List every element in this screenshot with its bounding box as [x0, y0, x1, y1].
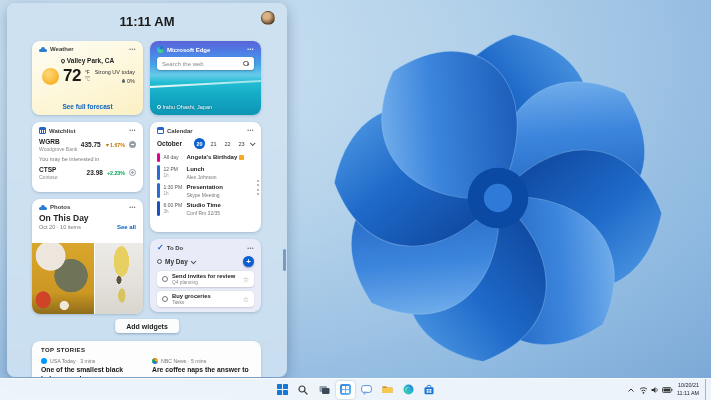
watch-added-icon[interactable] — [129, 141, 136, 148]
chevron-down-icon[interactable] — [250, 140, 256, 146]
add-widgets-button[interactable]: Add widgets — [115, 319, 179, 333]
news-story[interactable]: USA Today · 3 mins One of the smallest b… — [41, 358, 141, 377]
widgets-button[interactable] — [336, 381, 355, 399]
see-all-link[interactable]: See all — [117, 224, 136, 230]
stock-ticker: CTSP — [39, 166, 58, 174]
story-headline: One of the smallest black holes — and — [41, 366, 141, 377]
edge-widget[interactable]: Microsoft Edge ••• Irabu Ohashi, Japan — [150, 41, 261, 115]
tray-time: 11:11 AM — [677, 390, 699, 397]
stock-ticker: WGRB — [39, 138, 77, 146]
photos-more-icon[interactable]: ••• — [129, 205, 136, 210]
gift-icon — [239, 155, 244, 160]
file-explorer-button[interactable] — [378, 381, 397, 399]
add-task-button[interactable]: + — [243, 256, 254, 267]
weather-more-icon[interactable]: ••• — [129, 47, 136, 52]
story-source: USA Today · 3 mins — [50, 358, 95, 364]
task-item[interactable]: Send invites for review Q4 planning ☆ — [157, 271, 254, 287]
star-icon[interactable]: ☆ — [243, 296, 249, 303]
event-color-bar — [157, 153, 160, 162]
quick-settings[interactable] — [639, 386, 673, 394]
watchlist-chart-icon — [39, 127, 46, 134]
event-title: Angela's Birthday — [187, 154, 238, 160]
nbc-news-logo-icon — [152, 358, 158, 364]
search-button[interactable] — [294, 381, 313, 399]
folder-icon — [382, 385, 393, 394]
edge-more-icon[interactable]: ••• — [247, 47, 254, 52]
date-pill-selected[interactable]: 20 — [194, 138, 205, 149]
calendar-event[interactable]: 6:00 PM 3h Studio Time Conf Rm 32/35 — [157, 201, 255, 216]
edge-browser-button[interactable] — [399, 381, 418, 399]
photos-heading: On This Day — [32, 210, 143, 223]
store-button[interactable] — [420, 381, 439, 399]
weather-location-row: Valley Park, CA — [32, 57, 143, 64]
event-color-bar — [157, 201, 160, 216]
task-title: Send invites for review — [172, 273, 235, 280]
news-story[interactable]: NBC News · 5 mins Are coffee naps the an… — [152, 358, 252, 377]
widget-grid: Weather ••• Valley Park, CA 72 °F °C — [32, 41, 261, 314]
event-title: Studio Time — [187, 201, 221, 210]
event-color-bar — [157, 183, 160, 198]
stock-price: 435.75 — [81, 141, 101, 148]
web-search-box[interactable] — [157, 57, 254, 70]
calendar-widget[interactable]: Calendar ••• October 20 21 22 23 — [150, 122, 261, 232]
event-time: All day — [164, 154, 187, 161]
calendar-month: October — [157, 140, 182, 147]
panel-scrollbar[interactable] — [283, 249, 286, 271]
usa-today-logo-icon — [41, 358, 47, 364]
event-title: Presentation — [187, 183, 223, 192]
watchlist-row[interactable]: WGRB Woodgrove Bank 435.75 ▼1.67% — [32, 138, 143, 152]
watchlist-more-icon[interactable]: ••• — [129, 128, 136, 133]
unit-toggle[interactable]: °F °C — [85, 70, 90, 82]
task-view-button[interactable] — [315, 381, 334, 399]
todo-widget[interactable]: ✓ To Do ••• My Day + Send invites for re… — [150, 239, 261, 312]
edge-icon — [403, 384, 414, 395]
calendar-title: Calendar — [167, 128, 193, 134]
photo-thumbnail[interactable] — [94, 243, 143, 314]
event-subtitle: Skype Meeting — [187, 192, 223, 198]
search-input[interactable] — [162, 61, 243, 67]
chat-icon — [361, 385, 372, 395]
calendar-more-icon[interactable]: ••• — [247, 128, 254, 133]
calendar-event[interactable]: All day Angela's Birthday — [157, 153, 255, 162]
weather-location: Valley Park, CA — [67, 57, 114, 64]
edge-title: Microsoft Edge — [167, 47, 210, 53]
weather-widget[interactable]: Weather ••• Valley Park, CA 72 °F °C — [32, 41, 143, 115]
droplet-icon — [122, 79, 125, 83]
start-button[interactable] — [273, 381, 292, 399]
location-pin-icon — [60, 58, 66, 64]
photo-thumbnail[interactable] — [32, 243, 94, 314]
todo-more-icon[interactable]: ••• — [247, 246, 254, 251]
calendar-event[interactable]: 12 PM 1h Lunch Alex Johnson — [157, 165, 255, 180]
calendar-scrollbar[interactable] — [257, 180, 259, 196]
weather-condition: Strong UV today — [95, 69, 135, 75]
tray-chevron-up-icon[interactable] — [627, 386, 635, 394]
task-complete-radio[interactable] — [162, 276, 168, 282]
chevron-down-icon[interactable] — [191, 258, 196, 263]
search-icon[interactable] — [243, 61, 249, 67]
user-avatar[interactable] — [261, 11, 275, 25]
chat-button[interactable] — [357, 381, 376, 399]
event-duration: 1h — [164, 191, 187, 197]
calendar-event[interactable]: 1:30 PM 1h Presentation Skype Meeting — [157, 183, 255, 198]
show-desktop-button[interactable] — [705, 379, 708, 400]
windows-logo-icon — [277, 384, 288, 395]
see-full-forecast-link[interactable]: See full forecast — [32, 103, 143, 110]
event-color-bar — [157, 165, 160, 180]
event-time: 1:30 PM — [164, 184, 187, 191]
my-day-sun-icon — [157, 259, 162, 264]
top-stories-header: TOP STORIES — [41, 347, 252, 353]
task-item[interactable]: Buy groceries Tasks ☆ — [157, 291, 254, 307]
date-pill[interactable]: 23 — [236, 138, 247, 149]
watchlist-row[interactable]: CTSP Contoso 23.98 +2.23% — [32, 166, 143, 180]
task-view-icon — [319, 385, 330, 395]
tray-datetime[interactable]: 10/20/21 11:11 AM — [677, 382, 699, 397]
add-to-watchlist-icon[interactable] — [129, 169, 136, 176]
star-icon[interactable]: ☆ — [243, 276, 249, 283]
task-complete-radio[interactable] — [162, 296, 168, 302]
todo-list-selector[interactable]: My Day — [165, 258, 188, 265]
watchlist-widget[interactable]: Watchlist ••• WGRB Woodgrove Bank 435.75… — [32, 122, 143, 192]
date-pill[interactable]: 21 — [208, 138, 219, 149]
date-pill[interactable]: 22 — [222, 138, 233, 149]
photos-widget[interactable]: Photos ••• On This Day Oct 20 · 10 items… — [32, 199, 143, 314]
widgets-panel: 11:11 AM Weather ••• Valley Park, CA — [7, 3, 287, 377]
